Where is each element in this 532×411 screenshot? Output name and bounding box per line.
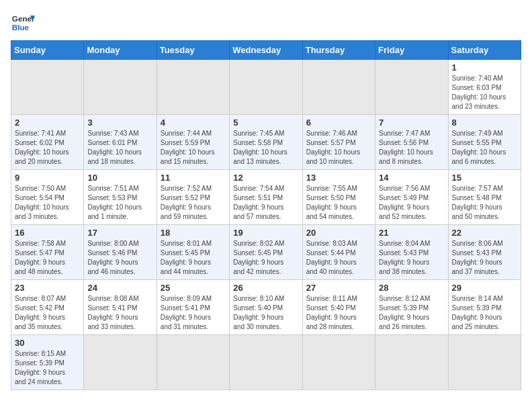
day-info: Sunrise: 7:41 AM Sunset: 6:02 PM Dayligh… (15, 129, 80, 167)
day-number: 4 (161, 118, 226, 128)
calendar-cell: 17Sunrise: 8:00 AM Sunset: 5:46 PM Dayli… (84, 225, 157, 280)
day-number: 3 (87, 118, 152, 128)
calendar-cell (375, 60, 448, 115)
day-info: Sunrise: 8:06 AM Sunset: 5:43 PM Dayligh… (452, 239, 517, 277)
calendar-cell: 11Sunrise: 7:52 AM Sunset: 5:52 PM Dayli… (157, 170, 229, 225)
day-number: 21 (379, 228, 444, 238)
day-header-tuesday: Tuesday (157, 41, 229, 60)
day-number: 13 (306, 173, 371, 183)
calendar-cell: 10Sunrise: 7:51 AM Sunset: 5:53 PM Dayli… (84, 170, 157, 225)
day-info: Sunrise: 8:03 AM Sunset: 5:44 PM Dayligh… (306, 239, 371, 277)
day-info: Sunrise: 7:40 AM Sunset: 6:03 PM Dayligh… (452, 74, 517, 111)
day-info: Sunrise: 8:15 AM Sunset: 5:39 PM Dayligh… (15, 349, 80, 387)
day-number: 24 (87, 283, 152, 293)
calendar-cell (157, 60, 229, 115)
day-number: 17 (87, 228, 152, 238)
day-info: Sunrise: 8:12 AM Sunset: 5:39 PM Dayligh… (379, 294, 444, 332)
day-number: 19 (233, 228, 298, 238)
calendar-cell: 22Sunrise: 8:06 AM Sunset: 5:43 PM Dayli… (448, 225, 521, 280)
calendar-cell: 19Sunrise: 8:02 AM Sunset: 5:45 PM Dayli… (230, 225, 302, 280)
calendar-cell: 29Sunrise: 8:14 AM Sunset: 5:39 PM Dayli… (448, 280, 521, 335)
day-header-monday: Monday (84, 41, 157, 60)
day-info: Sunrise: 7:51 AM Sunset: 5:53 PM Dayligh… (87, 184, 152, 222)
calendar-week-6: 30Sunrise: 8:15 AM Sunset: 5:39 PM Dayli… (11, 335, 521, 390)
day-number: 6 (306, 118, 371, 128)
calendar-cell: 5Sunrise: 7:45 AM Sunset: 5:58 PM Daylig… (230, 115, 302, 170)
calendar-cell (157, 335, 229, 390)
day-info: Sunrise: 7:45 AM Sunset: 5:58 PM Dayligh… (233, 129, 298, 167)
day-number: 10 (87, 173, 152, 183)
logo: General Blue (11, 11, 35, 35)
day-number: 7 (379, 118, 444, 128)
day-info: Sunrise: 8:11 AM Sunset: 5:40 PM Dayligh… (306, 294, 371, 332)
day-info: Sunrise: 8:10 AM Sunset: 5:40 PM Dayligh… (233, 294, 298, 332)
calendar-cell: 18Sunrise: 8:01 AM Sunset: 5:45 PM Dayli… (157, 225, 229, 280)
day-number: 9 (15, 173, 80, 183)
calendar-cell: 26Sunrise: 8:10 AM Sunset: 5:40 PM Dayli… (230, 280, 302, 335)
calendar-week-3: 9Sunrise: 7:50 AM Sunset: 5:54 PM Daylig… (11, 170, 521, 225)
day-number: 14 (379, 173, 444, 183)
calendar-cell: 15Sunrise: 7:57 AM Sunset: 5:48 PM Dayli… (448, 170, 521, 225)
day-number: 12 (233, 173, 298, 183)
calendar-cell (84, 60, 157, 115)
svg-text:Blue: Blue (12, 23, 30, 32)
day-info: Sunrise: 7:47 AM Sunset: 5:56 PM Dayligh… (379, 129, 444, 167)
day-info: Sunrise: 7:46 AM Sunset: 5:57 PM Dayligh… (306, 129, 371, 167)
calendar-cell (448, 335, 521, 390)
calendar-week-4: 16Sunrise: 7:58 AM Sunset: 5:47 PM Dayli… (11, 225, 521, 280)
calendar-week-1: 1Sunrise: 7:40 AM Sunset: 6:03 PM Daylig… (11, 60, 521, 115)
day-info: Sunrise: 8:02 AM Sunset: 5:45 PM Dayligh… (233, 239, 298, 277)
day-number: 29 (452, 283, 517, 293)
day-info: Sunrise: 7:52 AM Sunset: 5:52 PM Dayligh… (161, 184, 226, 222)
calendar-cell: 8Sunrise: 7:49 AM Sunset: 5:55 PM Daylig… (448, 115, 521, 170)
day-number: 27 (306, 283, 371, 293)
calendar-cell: 21Sunrise: 8:04 AM Sunset: 5:43 PM Dayli… (375, 225, 448, 280)
calendar-cell: 25Sunrise: 8:09 AM Sunset: 5:41 PM Dayli… (157, 280, 229, 335)
day-number: 15 (452, 173, 517, 183)
calendar-cell: 24Sunrise: 8:08 AM Sunset: 5:41 PM Dayli… (84, 280, 157, 335)
day-number: 18 (161, 228, 226, 238)
day-header-thursday: Thursday (302, 41, 375, 60)
day-info: Sunrise: 7:54 AM Sunset: 5:51 PM Dayligh… (233, 184, 298, 222)
day-info: Sunrise: 7:43 AM Sunset: 6:01 PM Dayligh… (87, 129, 152, 167)
calendar-cell (11, 60, 84, 115)
calendar-cell: 2Sunrise: 7:41 AM Sunset: 6:02 PM Daylig… (11, 115, 84, 170)
header: General Blue (11, 11, 521, 35)
day-info: Sunrise: 7:57 AM Sunset: 5:48 PM Dayligh… (452, 184, 517, 222)
calendar-cell: 1Sunrise: 7:40 AM Sunset: 6:03 PM Daylig… (448, 60, 521, 115)
day-info: Sunrise: 7:50 AM Sunset: 5:54 PM Dayligh… (15, 184, 80, 222)
calendar-cell: 9Sunrise: 7:50 AM Sunset: 5:54 PM Daylig… (11, 170, 84, 225)
day-number: 1 (452, 62, 517, 73)
calendar-week-5: 23Sunrise: 8:07 AM Sunset: 5:42 PM Dayli… (11, 280, 521, 335)
calendar-week-2: 2Sunrise: 7:41 AM Sunset: 6:02 PM Daylig… (11, 115, 521, 170)
day-info: Sunrise: 8:07 AM Sunset: 5:42 PM Dayligh… (15, 294, 80, 332)
day-header-saturday: Saturday (448, 41, 521, 60)
calendar-cell: 20Sunrise: 8:03 AM Sunset: 5:44 PM Dayli… (302, 225, 375, 280)
calendar-cell (375, 335, 448, 390)
day-number: 20 (306, 228, 371, 238)
calendar-cell: 7Sunrise: 7:47 AM Sunset: 5:56 PM Daylig… (375, 115, 448, 170)
day-info: Sunrise: 7:58 AM Sunset: 5:47 PM Dayligh… (15, 239, 80, 277)
day-number: 11 (161, 173, 226, 183)
day-number: 26 (233, 283, 298, 293)
svg-text:General: General (12, 14, 35, 23)
calendar-cell: 16Sunrise: 7:58 AM Sunset: 5:47 PM Dayli… (11, 225, 84, 280)
calendar-cell: 12Sunrise: 7:54 AM Sunset: 5:51 PM Dayli… (230, 170, 302, 225)
calendar-cell: 14Sunrise: 7:56 AM Sunset: 5:49 PM Dayli… (375, 170, 448, 225)
day-number: 30 (15, 338, 80, 348)
calendar: SundayMondayTuesdayWednesdayThursdayFrid… (11, 40, 521, 390)
day-number: 25 (161, 283, 226, 293)
calendar-cell (302, 60, 375, 115)
day-info: Sunrise: 8:08 AM Sunset: 5:41 PM Dayligh… (87, 294, 152, 332)
day-header-friday: Friday (375, 41, 448, 60)
day-number: 8 (452, 118, 517, 128)
calendar-cell: 23Sunrise: 8:07 AM Sunset: 5:42 PM Dayli… (11, 280, 84, 335)
day-info: Sunrise: 8:04 AM Sunset: 5:43 PM Dayligh… (379, 239, 444, 277)
day-number: 23 (15, 283, 80, 293)
day-header-wednesday: Wednesday (230, 41, 302, 60)
day-info: Sunrise: 7:56 AM Sunset: 5:49 PM Dayligh… (379, 184, 444, 222)
day-info: Sunrise: 7:49 AM Sunset: 5:55 PM Dayligh… (452, 129, 517, 167)
calendar-cell: 13Sunrise: 7:55 AM Sunset: 5:50 PM Dayli… (302, 170, 375, 225)
day-info: Sunrise: 8:00 AM Sunset: 5:46 PM Dayligh… (87, 239, 152, 277)
logo-icon: General Blue (11, 11, 35, 35)
